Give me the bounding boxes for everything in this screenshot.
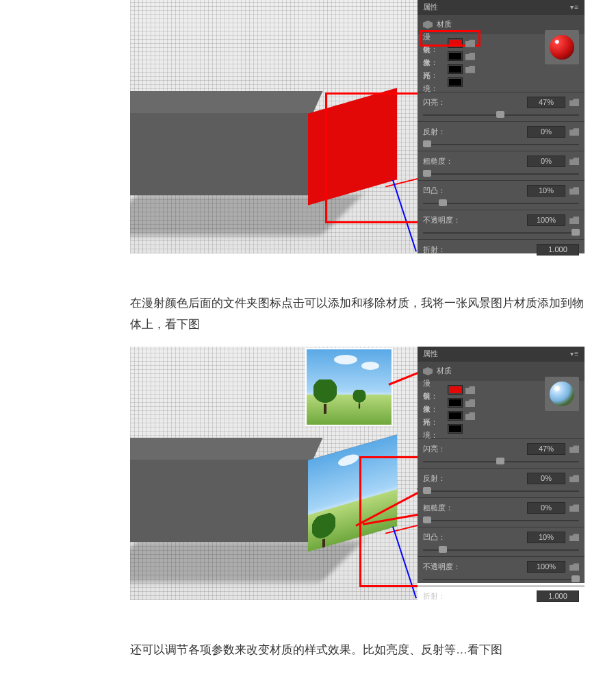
- row-opacity: 不透明度： 100%: [418, 212, 585, 238]
- slider-opacity[interactable]: [423, 575, 579, 584]
- diffuse-folder-icon[interactable]: [465, 40, 475, 47]
- value-bump[interactable]: 10%: [527, 185, 565, 197]
- diffuse-folder-icon[interactable]: [465, 386, 475, 394]
- label-ior: 折射：: [423, 243, 446, 257]
- viewport-1: [130, 0, 418, 253]
- slider-reflect[interactable]: [423, 486, 579, 496]
- value-reflect[interactable]: 0%: [527, 126, 565, 138]
- panel-menu-icon[interactable]: ▾≡: [570, 348, 579, 360]
- slider-bump[interactable]: [423, 199, 579, 208]
- material-tab-icon: [423, 367, 433, 375]
- env-swatch[interactable]: [448, 424, 463, 434]
- glow-swatch[interactable]: [448, 411, 463, 421]
- label-opacity: 不透明度：: [423, 560, 461, 574]
- rough-folder-icon[interactable]: [569, 504, 579, 512]
- slider-shine[interactable]: [423, 110, 579, 120]
- value-opacity[interactable]: 100%: [527, 561, 565, 573]
- value-shine[interactable]: 47%: [527, 443, 565, 455]
- slider-reflect[interactable]: [423, 140, 579, 149]
- row-bump: 凹凸： 10%: [418, 529, 585, 555]
- row-opacity: 不透明度： 100%: [418, 558, 585, 584]
- panel-title: 属性: [423, 347, 438, 361]
- value-rough[interactable]: 0%: [527, 502, 565, 514]
- row-ior: 折射： 1.000: [418, 588, 585, 608]
- slider-bump[interactable]: [423, 545, 579, 555]
- bump-folder-icon[interactable]: [569, 187, 579, 195]
- highlight-box-face: [325, 92, 418, 223]
- slider-rough[interactable]: [423, 169, 579, 179]
- diffuse-swatch[interactable]: [448, 385, 463, 395]
- properties-panel-2: 属性 ▾≡ 材质 漫射： 镜像： 发光：: [418, 347, 585, 583]
- reflect-folder-icon[interactable]: [569, 128, 579, 136]
- label-opacity: 不透明度：: [423, 214, 461, 227]
- shine-folder-icon[interactable]: [569, 99, 579, 106]
- reflect-folder-icon[interactable]: [569, 475, 579, 482]
- glow-folder-icon[interactable]: [465, 66, 475, 73]
- label-env: 环境：: [423, 416, 445, 443]
- row-ior: 折射： 1.000: [418, 241, 585, 262]
- row-shine: 闪亮： 47%: [418, 94, 585, 120]
- label-bump: 凹凸：: [423, 531, 446, 545]
- specular-swatch[interactable]: [448, 51, 463, 61]
- glow-swatch[interactable]: [448, 64, 463, 74]
- glow-folder-icon[interactable]: [465, 412, 475, 420]
- label-ior: 折射：: [423, 590, 446, 603]
- value-ior[interactable]: 1.000: [537, 590, 579, 602]
- shine-folder-icon[interactable]: [569, 445, 579, 453]
- value-reflect[interactable]: 0%: [527, 473, 565, 484]
- properties-panel-1: 属性 ▾≡ 材质 漫射： 镜像：: [418, 0, 585, 253]
- opacity-folder-icon[interactable]: [569, 216, 579, 224]
- value-shine[interactable]: 47%: [527, 97, 565, 108]
- value-bump[interactable]: 10%: [527, 532, 565, 543]
- specular-folder-icon[interactable]: [465, 53, 475, 60]
- label-rough: 粗糙度：: [423, 501, 453, 515]
- row-reflect: 反射： 0%: [418, 470, 585, 496]
- row-reflect: 反射： 0%: [418, 123, 585, 149]
- label-env: 环境：: [423, 69, 445, 97]
- viewport-2: [130, 347, 418, 600]
- specular-folder-icon[interactable]: [465, 399, 475, 407]
- row-shine: 闪亮： 47%: [418, 440, 585, 466]
- slider-opacity[interactable]: [423, 228, 579, 238]
- slider-shine[interactable]: [423, 457, 579, 466]
- env-swatch[interactable]: [448, 77, 463, 87]
- value-rough[interactable]: 0%: [527, 155, 565, 167]
- label-shine: 闪亮：: [423, 443, 446, 456]
- material-preview[interactable]: [545, 30, 579, 64]
- row-env: 环境：: [423, 76, 579, 89]
- panel-title: 属性: [423, 1, 438, 14]
- row-bump: 凹凸： 10%: [418, 182, 585, 208]
- material-preview[interactable]: [545, 377, 579, 411]
- label-shine: 闪亮：: [423, 96, 446, 110]
- bump-folder-icon[interactable]: [569, 534, 579, 541]
- rough-folder-icon[interactable]: [569, 158, 579, 165]
- value-opacity[interactable]: 100%: [527, 214, 565, 226]
- row-rough: 粗糙度： 0%: [418, 153, 585, 179]
- label-reflect: 反射：: [423, 125, 446, 139]
- label-reflect: 反射：: [423, 472, 446, 486]
- label-bump: 凹凸：: [423, 184, 446, 198]
- texture-thumbnail: [305, 348, 393, 426]
- value-ior[interactable]: 1.000: [537, 244, 579, 256]
- diffuse-swatch[interactable]: [448, 38, 463, 48]
- paragraph-1: 在漫射颜色后面的文件夹图标点击可以添加和移除材质，我将一张风景图片材质添加到物体…: [130, 274, 589, 335]
- paragraph-2: 还可以调节各项参数来改变材质的样式效果。比如亮度、反射等…看下图: [130, 621, 589, 661]
- row-glow: 发光：: [423, 410, 579, 423]
- panel-menu-icon[interactable]: ▾≡: [570, 1, 579, 14]
- slider-rough[interactable]: [423, 516, 579, 525]
- material-tab-icon: [423, 21, 433, 29]
- label-rough: 粗糙度：: [423, 155, 453, 169]
- specular-swatch[interactable]: [448, 398, 463, 408]
- row-rough: 粗糙度： 0%: [418, 499, 585, 525]
- opacity-folder-icon[interactable]: [569, 563, 579, 571]
- row-env: 环境：: [423, 423, 579, 436]
- row-glow: 发光：: [423, 63, 579, 76]
